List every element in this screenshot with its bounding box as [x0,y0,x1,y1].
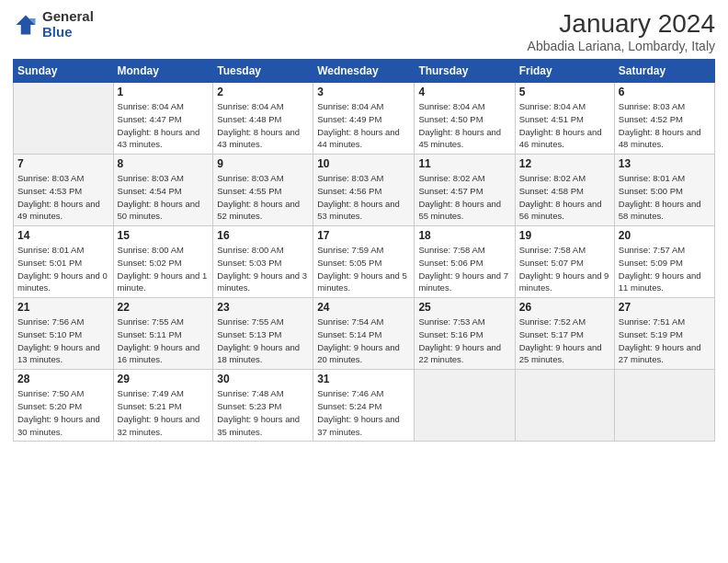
week-row-1: 1Sunrise: 8:04 AM Sunset: 4:47 PM Daylig… [14,83,715,155]
day-number: 9 [217,157,309,170]
day-number: 17 [317,229,410,242]
day-info: Sunrise: 8:02 AM Sunset: 4:58 PM Dayligh… [519,172,610,223]
title-block: January 2024 Abbadia Lariana, Lombardy, … [528,9,715,53]
calendar-header: Sunday Monday Tuesday Wednesday Thursday… [14,60,715,83]
day-info: Sunrise: 8:03 AM Sunset: 4:55 PM Dayligh… [217,172,309,223]
day-cell: 23Sunrise: 7:55 AM Sunset: 5:13 PM Dayli… [213,298,313,370]
day-info: Sunrise: 7:56 AM Sunset: 5:10 PM Dayligh… [17,316,109,366]
header-wednesday: Wednesday [313,60,415,83]
day-number: 26 [519,301,610,314]
week-row-4: 21Sunrise: 7:56 AM Sunset: 5:10 PM Dayli… [14,298,715,370]
day-info: Sunrise: 7:48 AM Sunset: 5:23 PM Dayligh… [217,387,309,438]
day-cell: 4Sunrise: 8:04 AM Sunset: 4:50 PM Daylig… [415,83,515,155]
day-number: 30 [217,373,309,385]
day-info: Sunrise: 7:58 AM Sunset: 5:07 PM Dayligh… [519,244,610,294]
day-info: Sunrise: 8:04 AM Sunset: 4:47 PM Dayligh… [118,100,210,151]
day-cell: 11Sunrise: 8:02 AM Sunset: 4:57 PM Dayli… [415,155,515,226]
day-cell [614,370,714,442]
logo-icon [13,12,39,38]
day-info: Sunrise: 8:01 AM Sunset: 5:00 PM Dayligh… [619,172,711,223]
day-number: 14 [17,229,109,242]
logo-text: General Blue [42,9,94,40]
header-thursday: Thursday [415,60,515,83]
day-number: 27 [619,301,711,314]
day-info: Sunrise: 8:04 AM Sunset: 4:49 PM Dayligh… [317,100,410,151]
header-saturday: Saturday [614,60,714,83]
day-number: 24 [317,301,410,314]
day-number: 5 [519,86,610,98]
day-number: 6 [619,86,711,98]
day-cell: 15Sunrise: 8:00 AM Sunset: 5:02 PM Dayli… [113,226,213,298]
day-number: 10 [317,157,410,170]
day-info: Sunrise: 7:55 AM Sunset: 5:11 PM Dayligh… [118,316,210,366]
week-row-2: 7Sunrise: 8:03 AM Sunset: 4:53 PM Daylig… [14,155,715,226]
day-number: 29 [118,373,210,385]
day-cell: 5Sunrise: 8:04 AM Sunset: 4:51 PM Daylig… [515,83,614,155]
day-cell: 27Sunrise: 7:51 AM Sunset: 5:19 PM Dayli… [614,298,714,370]
day-info: Sunrise: 7:57 AM Sunset: 5:09 PM Dayligh… [619,244,711,294]
day-cell: 31Sunrise: 7:46 AM Sunset: 5:24 PM Dayli… [313,370,415,442]
day-number: 3 [317,86,410,98]
day-info: Sunrise: 8:03 AM Sunset: 4:54 PM Dayligh… [118,172,210,223]
day-info: Sunrise: 7:55 AM Sunset: 5:13 PM Dayligh… [217,316,309,366]
page-header: General Blue January 2024 Abbadia Larian… [13,9,715,53]
day-number: 18 [418,229,510,242]
day-number: 7 [17,157,109,170]
day-cell: 1Sunrise: 8:04 AM Sunset: 4:47 PM Daylig… [113,83,213,155]
day-number: 23 [217,301,309,314]
day-number: 28 [17,373,109,385]
logo-blue: Blue [42,25,94,40]
day-number: 20 [619,229,711,242]
day-info: Sunrise: 7:58 AM Sunset: 5:06 PM Dayligh… [418,244,510,294]
day-cell: 29Sunrise: 7:49 AM Sunset: 5:21 PM Dayli… [113,370,213,442]
day-cell: 8Sunrise: 8:03 AM Sunset: 4:54 PM Daylig… [113,155,213,226]
day-info: Sunrise: 8:03 AM Sunset: 4:53 PM Dayligh… [17,172,109,223]
day-number: 21 [17,301,109,314]
day-cell: 21Sunrise: 7:56 AM Sunset: 5:10 PM Dayli… [14,298,114,370]
day-info: Sunrise: 8:02 AM Sunset: 4:57 PM Dayligh… [418,172,510,223]
header-monday: Monday [113,60,213,83]
day-cell: 26Sunrise: 7:52 AM Sunset: 5:17 PM Dayli… [515,298,614,370]
day-number: 15 [118,229,210,242]
day-cell [415,370,515,442]
main-title: January 2024 [528,9,715,39]
day-cell: 10Sunrise: 8:03 AM Sunset: 4:56 PM Dayli… [313,155,415,226]
day-number: 12 [519,157,610,170]
day-number: 31 [317,373,410,385]
day-cell: 25Sunrise: 7:53 AM Sunset: 5:16 PM Dayli… [415,298,515,370]
day-info: Sunrise: 8:04 AM Sunset: 4:48 PM Dayligh… [217,100,309,151]
day-cell: 17Sunrise: 7:59 AM Sunset: 5:05 PM Dayli… [313,226,415,298]
day-info: Sunrise: 7:59 AM Sunset: 5:05 PM Dayligh… [317,244,410,294]
day-cell: 16Sunrise: 8:00 AM Sunset: 5:03 PM Dayli… [213,226,313,298]
logo-general: General [42,9,94,25]
day-number: 1 [118,86,210,98]
day-cell: 22Sunrise: 7:55 AM Sunset: 5:11 PM Dayli… [113,298,213,370]
day-info: Sunrise: 8:00 AM Sunset: 5:02 PM Dayligh… [118,244,210,294]
day-cell: 19Sunrise: 7:58 AM Sunset: 5:07 PM Dayli… [515,226,614,298]
day-cell: 14Sunrise: 8:01 AM Sunset: 5:01 PM Dayli… [14,226,114,298]
day-number: 4 [418,86,510,98]
day-number: 2 [217,86,309,98]
day-cell: 7Sunrise: 8:03 AM Sunset: 4:53 PM Daylig… [14,155,114,226]
day-info: Sunrise: 7:51 AM Sunset: 5:19 PM Dayligh… [619,316,711,366]
calendar-table: Sunday Monday Tuesday Wednesday Thursday… [13,59,715,442]
header-sunday: Sunday [14,60,114,83]
day-number: 11 [418,157,510,170]
subtitle: Abbadia Lariana, Lombardy, Italy [528,39,715,53]
header-tuesday: Tuesday [213,60,313,83]
day-number: 19 [519,229,610,242]
week-row-3: 14Sunrise: 8:01 AM Sunset: 5:01 PM Dayli… [14,226,715,298]
day-cell: 3Sunrise: 8:04 AM Sunset: 4:49 PM Daylig… [313,83,415,155]
day-info: Sunrise: 7:46 AM Sunset: 5:24 PM Dayligh… [317,387,410,438]
day-cell [14,83,114,155]
day-number: 8 [118,157,210,170]
day-cell: 18Sunrise: 7:58 AM Sunset: 5:06 PM Dayli… [415,226,515,298]
calendar-body: 1Sunrise: 8:04 AM Sunset: 4:47 PM Daylig… [14,83,715,442]
day-cell [515,370,614,442]
day-cell: 13Sunrise: 8:01 AM Sunset: 5:00 PM Dayli… [614,155,714,226]
logo: General Blue [13,9,94,40]
day-info: Sunrise: 8:00 AM Sunset: 5:03 PM Dayligh… [217,244,309,294]
day-cell: 2Sunrise: 8:04 AM Sunset: 4:48 PM Daylig… [213,83,313,155]
header-row: Sunday Monday Tuesday Wednesday Thursday… [14,60,715,83]
day-cell: 6Sunrise: 8:03 AM Sunset: 4:52 PM Daylig… [614,83,714,155]
